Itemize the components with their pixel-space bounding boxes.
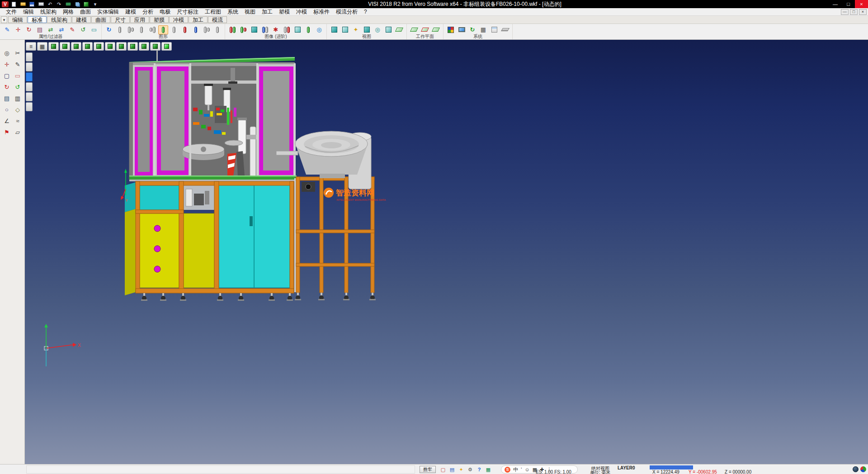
filter-swap2-icon[interactable]: ⇄	[57, 25, 66, 34]
view-zoom-icon[interactable]: ◎	[373, 25, 382, 34]
menu-surface[interactable]: 曲面	[77, 8, 94, 15]
top-view-button[interactable]	[71, 42, 81, 51]
column-icon-7[interactable]	[212, 25, 222, 34]
highlight-icon[interactable]: ✱	[271, 25, 281, 34]
undo-icon[interactable]: ↶	[46, 1, 54, 8]
right-view-button[interactable]	[94, 42, 104, 51]
menu-analysis[interactable]: 分析	[139, 8, 156, 15]
tab-edit[interactable]: 编辑	[8, 16, 27, 23]
shade-green-icon[interactable]	[303, 25, 313, 34]
new-document-icon[interactable]	[10, 1, 18, 8]
rotate-ccw-icon[interactable]: ↺	[13, 82, 23, 92]
view-plane-icon[interactable]	[394, 25, 404, 34]
layers-stack-icon[interactable]	[73, 1, 81, 8]
dynamic-view-button[interactable]	[161, 42, 172, 51]
mdi-minimize-button[interactable]: —	[841, 9, 849, 15]
close-button[interactable]: ×	[855, 0, 868, 8]
qat-dropdown-icon[interactable]: ▾	[91, 1, 99, 8]
tab-machining[interactable]: 加工	[189, 16, 208, 23]
inspect-icon[interactable]: ◎	[314, 25, 324, 34]
column-icon-1[interactable]	[115, 25, 125, 34]
tab-dimension[interactable]: 尺寸	[111, 16, 130, 23]
column-icon-3[interactable]	[137, 25, 146, 34]
clipboard-icon[interactable]: ▥	[13, 93, 23, 103]
column-icon-2[interactable]	[126, 25, 136, 34]
marquee-select-icon[interactable]: ▢	[2, 71, 12, 81]
capture-icon[interactable]	[64, 1, 72, 8]
attribute-match-icon[interactable]: ✛	[13, 25, 23, 34]
axon-view-button-2[interactable]	[150, 42, 160, 51]
view-light2-icon[interactable]	[383, 25, 393, 34]
filter-pen-icon[interactable]: ✎	[67, 25, 77, 34]
view-pair-icon[interactable]	[362, 25, 372, 34]
menu-mesh[interactable]: 网格	[60, 8, 77, 15]
strip-button-active[interactable]	[26, 72, 33, 81]
front-view-button[interactable]	[82, 42, 93, 51]
system-grid-icon[interactable]: ▦	[478, 25, 488, 34]
column-icon-4[interactable]	[147, 25, 157, 34]
3d-viewport[interactable]: ≡ ▦	[25, 40, 868, 464]
ime-emoji-icon[interactable]: ☺	[524, 467, 529, 472]
column-red-icon[interactable]	[180, 25, 190, 34]
menu-standard-parts[interactable]: 标准件	[310, 8, 333, 15]
menu-help[interactable]: ?	[361, 8, 370, 15]
tab-surface[interactable]: 曲面	[91, 16, 110, 23]
menu-view[interactable]: 视图	[241, 8, 259, 15]
left-view-button[interactable]	[105, 42, 115, 51]
shade-gr-icon[interactable]	[238, 25, 248, 34]
filter-undo-icon[interactable]: ↺	[78, 25, 88, 34]
open-folder-icon[interactable]	[19, 1, 27, 8]
menu-edit[interactable]: 编辑	[20, 8, 37, 15]
angle-tool-icon[interactable]: ∠	[2, 116, 12, 126]
workplane-icon-2[interactable]	[420, 25, 430, 34]
sogou-logo-icon[interactable]: S	[505, 467, 510, 473]
mdi-restore-button[interactable]: □	[850, 9, 858, 15]
curve-tool-icon[interactable]: ≈	[13, 116, 23, 126]
shade-rg-icon[interactable]	[227, 25, 237, 34]
column-active-icon[interactable]	[158, 25, 168, 34]
scissors-icon[interactable]: ✂	[13, 48, 23, 58]
attribute-refresh-icon[interactable]: ↻	[24, 25, 34, 34]
layer-manager-icon[interactable]: ▤	[2, 93, 12, 103]
shade-pair-icon[interactable]	[282, 25, 292, 34]
strip-button-1[interactable]	[26, 52, 33, 62]
system-refresh-icon[interactable]: ↻	[467, 25, 477, 34]
tab-dropdown-icon[interactable]: ▾	[1, 16, 7, 23]
capture-frame-icon[interactable]: ▢	[439, 466, 447, 473]
iso-view-button-2[interactable]	[60, 42, 70, 51]
menu-wireframe[interactable]: 线架构	[37, 8, 60, 15]
diamond-tool-icon[interactable]: ◇	[13, 104, 23, 114]
mdi-close-button[interactable]: ×	[859, 9, 867, 15]
column-icon-6[interactable]	[202, 25, 212, 34]
snap-crosshair-icon[interactable]: ✛	[2, 59, 12, 69]
menu-drawing[interactable]: 工程图	[202, 8, 224, 15]
ime-language-toggle[interactable]: 中	[513, 466, 518, 473]
column-blue-icon[interactable]	[191, 25, 201, 34]
render-light-icon[interactable]	[292, 25, 302, 34]
back-view-button[interactable]	[116, 42, 127, 51]
strip-button-4[interactable]	[26, 82, 33, 91]
image-icon[interactable]: ▤	[448, 466, 456, 473]
menu-mould[interactable]: 塑模	[276, 8, 293, 15]
render-block-icon[interactable]	[249, 25, 259, 34]
workplane-icon-3[interactable]	[431, 25, 441, 34]
tab-standard[interactable]: 标准	[28, 16, 47, 23]
minimize-button[interactable]: —	[829, 0, 842, 8]
menu-dimension[interactable]: 尺寸标注	[174, 8, 202, 15]
menu-modeling[interactable]: 建模	[122, 8, 139, 15]
filter-eraser-icon[interactable]: ▭	[89, 25, 99, 34]
color-palette-icon[interactable]	[446, 25, 456, 34]
lock-button[interactable]: 拴牢	[420, 466, 436, 473]
key-icon[interactable]: ✦	[458, 466, 465, 473]
page-icon[interactable]: ▱	[13, 127, 23, 137]
view-window-button[interactable]: ▦	[37, 42, 47, 51]
strip-button-6[interactable]	[26, 102, 33, 111]
sketch-pencil-icon[interactable]: ✎	[13, 59, 23, 69]
tab-mould[interactable]: 塑膜	[150, 16, 169, 23]
tab-modeling[interactable]: 建模	[72, 16, 91, 23]
ime-punctuation-icon[interactable]: ’	[521, 467, 522, 472]
rotate-cw-icon[interactable]: ↻	[2, 82, 12, 92]
tab-wireframe[interactable]: 线架构	[47, 16, 71, 23]
tab-progress[interactable]: 冲模	[169, 16, 188, 23]
grid-toggle-icon[interactable]: ▦	[485, 466, 492, 473]
